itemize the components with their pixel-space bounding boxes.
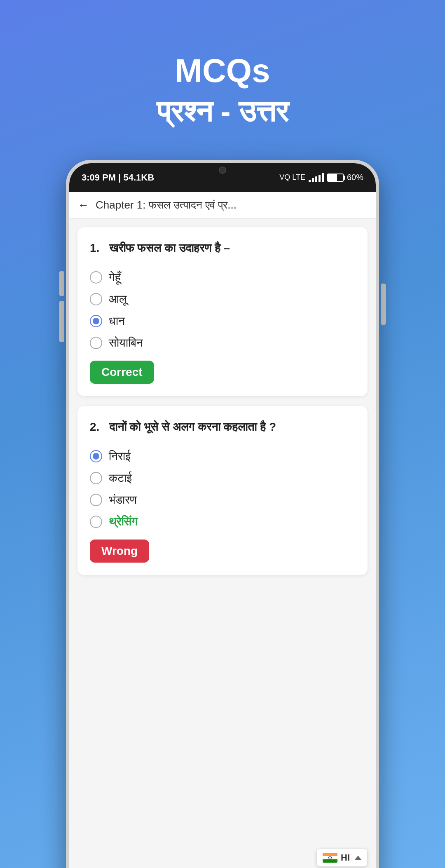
option-text-2-1: निराई bbox=[109, 450, 131, 463]
chapter-title: Chapter 1: फसल उत्पादन एवं प्र... bbox=[96, 199, 237, 211]
volume-up-btn[interactable] bbox=[59, 271, 64, 296]
nav-bar: ← Chapter 1: फसल उत्पादन एवं प्र... bbox=[69, 192, 376, 219]
india-flag bbox=[323, 853, 337, 863]
battery-icon bbox=[327, 174, 344, 182]
option-1-2[interactable]: आलू bbox=[90, 289, 355, 310]
question-1-text: 1. खरीफ फसल का उदाहरण है – bbox=[90, 239, 355, 257]
flag-white bbox=[323, 856, 337, 859]
question-2-text: 2. दानों को भूसे से अलग करना कहलाता है ? bbox=[90, 418, 355, 436]
radio-2-1[interactable] bbox=[90, 450, 102, 462]
option-text-1-2: आलू bbox=[109, 293, 126, 306]
app-title: MCQs प्रश्न - उत्तर bbox=[157, 49, 289, 131]
option-2-1[interactable]: निराई bbox=[90, 446, 355, 467]
status-bar: 3:09 PM | 54.1KB VQ LTE 60% bbox=[69, 163, 376, 192]
radio-1-1[interactable] bbox=[90, 271, 102, 284]
ashoka-chakra bbox=[328, 856, 332, 859]
radio-1-4[interactable] bbox=[90, 337, 102, 349]
signal-icon bbox=[309, 173, 324, 182]
language-button[interactable]: HI bbox=[316, 849, 368, 867]
camera bbox=[219, 167, 226, 174]
option-text-1-3: धान bbox=[109, 314, 125, 328]
option-text-1-4: सोयाबिन bbox=[109, 336, 143, 350]
side-buttons-right bbox=[381, 284, 386, 325]
option-2-3[interactable]: भंडारण bbox=[90, 489, 355, 511]
flag-green bbox=[323, 859, 337, 863]
option-text-1-1: गेहूँ bbox=[109, 271, 121, 284]
option-1-4[interactable]: सोयाबिन bbox=[90, 332, 355, 354]
side-buttons-left bbox=[59, 271, 64, 342]
option-text-2-4: थ्रेसिंग bbox=[109, 515, 138, 529]
power-btn[interactable] bbox=[381, 284, 386, 325]
radio-inner-2-1 bbox=[93, 453, 99, 460]
result-badge-1: Correct bbox=[90, 361, 154, 384]
battery-percent: 60% bbox=[347, 173, 363, 182]
option-1-3[interactable]: धान bbox=[90, 310, 355, 332]
option-text-2-2: कटाई bbox=[109, 472, 132, 485]
radio-2-4[interactable] bbox=[90, 516, 102, 528]
phone-notch bbox=[181, 163, 264, 178]
screen-content: 1. खरीफ फसल का उदाहरण है – गेहूँ आलू bbox=[69, 219, 376, 868]
option-2-4[interactable]: थ्रेसिंग bbox=[90, 511, 355, 533]
radio-2-2[interactable] bbox=[90, 472, 102, 484]
result-badge-2: Wrong bbox=[90, 540, 149, 563]
option-2-2[interactable]: कटाई bbox=[90, 467, 355, 489]
title-line1: MCQs bbox=[157, 49, 289, 92]
flag-saffron bbox=[323, 853, 337, 856]
question-card-2: 2. दानों को भूसे से अलग करना कहलाता है ?… bbox=[77, 406, 368, 575]
phone-frame: 3:09 PM | 54.1KB VQ LTE 60% bbox=[66, 160, 379, 868]
chevron-up-icon bbox=[355, 856, 361, 860]
network-label: VQ LTE bbox=[279, 173, 305, 182]
battery-fill bbox=[328, 174, 337, 181]
title-line2: प्रश्न - उत्तर bbox=[157, 92, 289, 131]
option-text-2-3: भंडारण bbox=[109, 493, 137, 507]
radio-inner-1-3 bbox=[93, 318, 99, 324]
status-right: VQ LTE 60% bbox=[279, 173, 363, 182]
radio-2-3[interactable] bbox=[90, 494, 102, 506]
lang-label: HI bbox=[341, 852, 350, 863]
question-card-1: 1. खरीफ फसल का उदाहरण है – गेहूँ आलू bbox=[77, 227, 368, 396]
back-button[interactable]: ← bbox=[77, 199, 89, 212]
option-1-1[interactable]: गेहूँ bbox=[90, 267, 355, 289]
volume-down-btn[interactable] bbox=[59, 301, 64, 342]
status-time: 3:09 PM | 54.1KB bbox=[82, 172, 154, 183]
radio-1-3[interactable] bbox=[90, 315, 102, 327]
radio-1-2[interactable] bbox=[90, 293, 102, 305]
header-section: MCQs प्रश्न - उत्तर bbox=[157, 25, 289, 131]
